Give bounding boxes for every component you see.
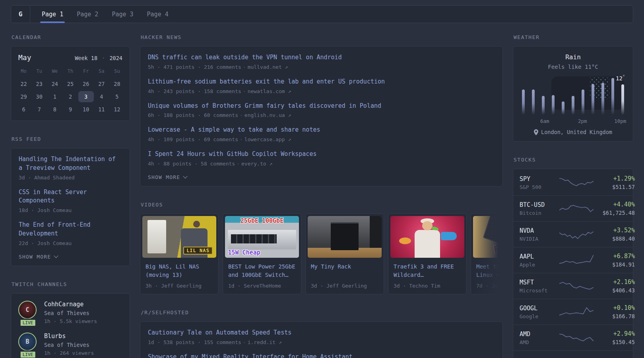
twitch-widget: TWITCH CHANNELS C LIVE CohhCarnage Sea o… xyxy=(11,281,130,358)
video-thumbnail[interactable] xyxy=(308,216,382,258)
video-thumbnail[interactable]: LIL NAS xyxy=(142,216,216,258)
weather-feels-like: Feels like 11°C xyxy=(520,64,626,70)
rss-item-title[interactable]: Handling The Indentation of a Treeview C… xyxy=(19,155,122,173)
hn-item: Unique volumes of Brothers Grimm fairy t… xyxy=(148,102,495,119)
video-title[interactable]: My Tiny Rack xyxy=(311,263,378,271)
calendar-day: 25 xyxy=(62,78,78,90)
calendar-day-header: Tu xyxy=(31,66,47,77)
hn-item: Lowercase - A simple way to take and sha… xyxy=(148,126,495,142)
stock-name: Google xyxy=(520,313,559,319)
calendar-day-header: We xyxy=(47,66,62,77)
tab-page-4[interactable]: Page 4 xyxy=(140,6,175,23)
stock-row[interactable]: AMDAMD +2.94%$150.45 xyxy=(513,325,633,350)
thumbnail-art xyxy=(441,232,457,240)
stock-ticker: BTC-USD xyxy=(520,201,559,208)
tab-page-1[interactable]: Page 1 xyxy=(35,6,70,23)
stock-change: +3.52% xyxy=(594,227,635,234)
weather-hourly-chart: 12° 6am 2pm 10pm xyxy=(521,76,625,124)
video-title[interactable]: Traefik 3 and FREEWildcard… xyxy=(394,263,461,279)
video-title[interactable]: Meet theLinux Clu xyxy=(476,263,503,279)
hn-item-title[interactable]: Lithium-free sodium batteries exit the l… xyxy=(148,78,495,86)
stock-change: +1.29% xyxy=(594,175,635,182)
hn-item-title[interactable]: DNS traffic can leak outside the VPN tun… xyxy=(148,53,495,62)
hn-item: Lithium-free sodium batteries exit the l… xyxy=(148,78,495,94)
calendar-day-selected: 3 xyxy=(78,91,94,102)
twitch-channel-name[interactable]: Blurbs xyxy=(44,333,94,340)
rss-show-more-button[interactable]: SHOW MORE xyxy=(19,254,122,260)
twitch-channel-name[interactable]: CohhCarnage xyxy=(44,301,97,308)
hn-item-source-link[interactable]: mullvad.net ↗ xyxy=(248,64,288,70)
avatar-art: C xyxy=(19,302,36,318)
video-card: Traefik 3 and FREEWildcard… 3d · Techno … xyxy=(388,214,467,294)
stock-price: $61,725.48 xyxy=(594,210,635,216)
reddit-item-source-link[interactable]: i.redd.it ↗ xyxy=(248,339,282,345)
stock-name: Bitcoin xyxy=(520,210,559,216)
calendar-month: May xyxy=(18,53,31,62)
hn-item-source-link[interactable]: lowercase.app ↗ xyxy=(244,136,291,142)
video-title[interactable]: Big NAS, Lil NAS(moving 13) xyxy=(145,263,213,279)
stock-row[interactable]: AAPLApple +6.87%$184.91 xyxy=(513,247,633,273)
weather-section-title: WEATHER xyxy=(514,34,633,40)
video-meta: 1d · ServeTheHome xyxy=(228,279,296,289)
hn-item-title[interactable]: Unique volumes of Brothers Grimm fairy t… xyxy=(148,102,495,111)
stock-row[interactable]: BTC-USDBitcoin +4.40%$61,725.48 xyxy=(513,195,633,221)
hn-item-title[interactable]: Lowercase - A simple way to take and sha… xyxy=(148,126,495,134)
twitch-avatar[interactable]: C xyxy=(18,301,37,319)
rss-item: The End of Front-End Development 22d · J… xyxy=(19,221,122,246)
calendar-day: 29 xyxy=(16,91,31,102)
calendar-day: 23 xyxy=(31,78,47,90)
stock-row[interactable]: RDDT -1.65% xyxy=(513,350,633,358)
weather-bar xyxy=(562,101,564,115)
calendar-day-header: Mo xyxy=(16,66,31,77)
weather-bar xyxy=(522,90,525,115)
stock-row[interactable]: GOOGLGoogle +0.10%$166.78 xyxy=(513,299,633,325)
calendar-grid: MoTuWeThFrSaSu22232425262728293012345678… xyxy=(11,62,130,121)
reddit-item-title[interactable]: Cautionary Tale on Automated Speed Tests xyxy=(148,329,495,337)
video-card: LIL NAS Big NAS, Lil NAS(moving 13) 3h ·… xyxy=(140,214,219,294)
hn-item-title[interactable]: I Spent 24 Hours with GitHub Copilot Wor… xyxy=(148,150,495,159)
stock-name: Microsoft xyxy=(520,288,559,294)
hn-show-more-button[interactable]: SHOW MORE xyxy=(148,174,495,180)
tab-page-2[interactable]: Page 2 xyxy=(70,6,105,23)
calendar-day: 5 xyxy=(109,91,125,102)
thumbnail-art xyxy=(415,230,440,257)
stock-name: AMD xyxy=(520,339,559,345)
reddit-item-title[interactable]: Showcase of my Mixed Reality Interface f… xyxy=(148,353,495,358)
app-logo[interactable]: G xyxy=(11,6,30,23)
chevron-down-icon xyxy=(54,253,58,258)
calendar-day: 12 xyxy=(109,104,125,115)
stock-sparkline xyxy=(559,202,594,215)
hackernews-widget: HACKER NEWS DNS traffic can leak outside… xyxy=(140,34,503,187)
rss-item-title[interactable]: The End of Front-End Development xyxy=(19,221,122,238)
weather-bar xyxy=(582,90,584,115)
location-pin-icon xyxy=(534,129,538,135)
calendar-widget: CALENDAR May Week 18 · 2024 MoTuWeThFrSa… xyxy=(11,34,130,121)
hn-item-source-link[interactable]: every.to ↗ xyxy=(241,161,272,167)
stock-row[interactable]: SPYS&P 500 +1.29%$511.57 xyxy=(513,170,633,195)
thumbnail-art xyxy=(231,234,277,243)
stock-row[interactable]: MSFTMicrosoft +2.16%$406.43 xyxy=(513,273,633,299)
stock-row[interactable]: NVDANVIDIA +3.52%$888.40 xyxy=(513,221,633,247)
calendar-day-header: Th xyxy=(62,66,78,77)
reddit-widget: /R/SELFHOSTED Cautionary Tale on Automat… xyxy=(140,309,503,358)
tab-page-3[interactable]: Page 3 xyxy=(105,6,140,23)
twitch-channel-row: B LIVE Blurbs Sea of Thieves 1h · 264 vi… xyxy=(18,333,122,356)
rss-item-title[interactable]: CSS in React Server Components xyxy=(19,188,122,206)
video-title[interactable]: BEST Low Power 25GbEand 100GbE Switch… xyxy=(228,263,296,279)
hn-item-source-link[interactable]: english.nv.ua ↗ xyxy=(244,112,291,118)
rss-item: CSS in React Server Components 18d · Jos… xyxy=(19,188,122,214)
stock-ticker: GOOGL xyxy=(520,305,559,312)
weather-bar xyxy=(572,96,574,115)
hn-item-source-link[interactable]: newatlas.com ↗ xyxy=(248,88,291,94)
rss-item: Handling The Indentation of a Treeview C… xyxy=(19,155,122,181)
calendar-day-header: Su xyxy=(109,66,125,77)
video-thumbnail[interactable]: 25GbE 100GbE 15W Cheap xyxy=(225,216,299,258)
video-thumbnail[interactable]: FAS xyxy=(473,216,503,258)
rss-section-title: RSS FEED xyxy=(12,136,130,142)
twitch-avatar[interactable]: B xyxy=(18,333,37,351)
top-navigation: G Page 1 Page 2 Page 3 Page 4 xyxy=(11,5,633,23)
reddit-item: Showcase of my Mixed Reality Interface f… xyxy=(148,353,495,358)
video-thumbnail[interactable] xyxy=(390,216,464,258)
twitch-viewers: 1h · 5.5k viewers xyxy=(44,318,97,324)
rss-item-meta: 22d · Josh Comeau xyxy=(19,240,122,246)
